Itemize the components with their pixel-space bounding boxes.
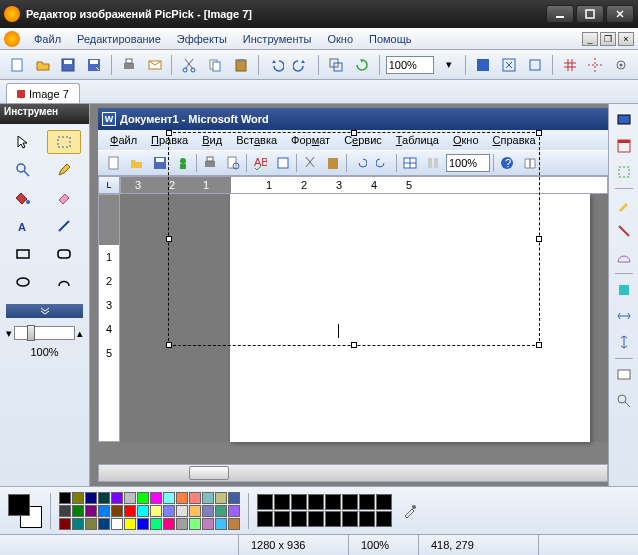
word-menu-insert[interactable]: Вставка xyxy=(230,133,283,147)
word-menu-file[interactable]: Файл xyxy=(104,133,143,147)
word-menu-view[interactable]: Вид xyxy=(196,133,228,147)
color-swatch[interactable] xyxy=(111,518,123,530)
settings-button[interactable] xyxy=(610,54,632,76)
custom-swatch[interactable] xyxy=(274,511,290,527)
tool-eraser[interactable] xyxy=(47,186,81,210)
zoom-slider[interactable] xyxy=(14,326,75,340)
color-swatch[interactable] xyxy=(228,505,240,517)
word-open-button[interactable] xyxy=(127,153,147,173)
resize-button[interactable] xyxy=(325,54,347,76)
rotate-button[interactable] xyxy=(351,54,373,76)
word-paste-button[interactable] xyxy=(323,153,343,173)
redo-button[interactable] xyxy=(290,54,312,76)
word-undo-button[interactable] xyxy=(350,153,370,173)
arrow-left-right-icon[interactable] xyxy=(614,306,634,326)
menu-tools[interactable]: Инструменты xyxy=(235,31,320,47)
custom-swatch[interactable] xyxy=(257,494,273,510)
color-swatch[interactable] xyxy=(163,505,175,517)
word-zoom-input[interactable] xyxy=(446,154,490,172)
maximize-button[interactable] xyxy=(576,5,604,23)
print-button[interactable] xyxy=(118,54,140,76)
custom-swatch[interactable] xyxy=(291,511,307,527)
custom-swatch[interactable] xyxy=(308,511,324,527)
eyedropper-button[interactable] xyxy=(400,501,420,521)
menu-window[interactable]: Окно xyxy=(319,31,361,47)
word-print-button[interactable] xyxy=(200,153,220,173)
color-swatch[interactable] xyxy=(72,492,84,504)
word-menu-edit[interactable]: Правка xyxy=(145,133,194,147)
color-swatch[interactable] xyxy=(189,518,201,530)
custom-swatch[interactable] xyxy=(325,494,341,510)
whiteboard-button[interactable] xyxy=(614,365,634,385)
foreground-swatch[interactable] xyxy=(8,494,30,516)
color-swatch[interactable] xyxy=(163,518,175,530)
word-spell-button[interactable]: ABC xyxy=(250,153,270,173)
color-swatch[interactable] xyxy=(202,492,214,504)
color-swatch[interactable] xyxy=(137,505,149,517)
color-swatch[interactable] xyxy=(189,505,201,517)
word-redo-button[interactable] xyxy=(373,153,393,173)
color-swatch[interactable] xyxy=(124,505,136,517)
foreground-background-swatch[interactable] xyxy=(8,494,42,528)
color-swatch[interactable] xyxy=(150,505,162,517)
color-swatch[interactable] xyxy=(215,505,227,517)
custom-swatch[interactable] xyxy=(376,511,392,527)
minimize-button[interactable] xyxy=(546,5,574,23)
protractor-button[interactable] xyxy=(614,247,634,267)
zoom-dropdown[interactable]: ▾ xyxy=(438,54,460,76)
color-swatch[interactable] xyxy=(228,492,240,504)
color-swatch[interactable] xyxy=(59,492,71,504)
color-swatch[interactable] xyxy=(137,492,149,504)
tool-fill[interactable] xyxy=(6,186,40,210)
scrollbar-thumb[interactable] xyxy=(189,466,229,480)
tool-rect[interactable] xyxy=(6,242,40,266)
tool-ellipse[interactable] xyxy=(6,270,40,294)
tool-curve[interactable] xyxy=(47,270,81,294)
custom-swatch[interactable] xyxy=(257,511,273,527)
save-button[interactable] xyxy=(58,54,80,76)
mdi-minimize-button[interactable]: _ xyxy=(582,32,598,46)
tool-round-rect[interactable] xyxy=(47,242,81,266)
tools-expand-button[interactable] xyxy=(6,304,83,318)
custom-swatch[interactable] xyxy=(274,494,290,510)
horizontal-scrollbar[interactable] xyxy=(98,464,608,482)
slider-plus-icon[interactable]: ▴ xyxy=(77,327,83,340)
capture-window-button[interactable] xyxy=(614,136,634,156)
custom-swatch[interactable] xyxy=(308,494,324,510)
crosshair-button[interactable] xyxy=(584,54,606,76)
word-menu-format[interactable]: Формат xyxy=(285,133,336,147)
email-button[interactable] xyxy=(144,54,166,76)
color-swatch[interactable] xyxy=(202,505,214,517)
capture-screen-button[interactable] xyxy=(614,110,634,130)
color-swatch[interactable] xyxy=(215,492,227,504)
color-swatch[interactable] xyxy=(215,518,227,530)
color-swatch[interactable] xyxy=(85,505,97,517)
color-swatch[interactable] xyxy=(111,505,123,517)
word-menu-window[interactable]: Окно xyxy=(447,133,485,147)
word-help-button[interactable]: ? xyxy=(497,153,517,173)
color-swatch[interactable] xyxy=(124,518,136,530)
menu-file[interactable]: Файл xyxy=(26,31,69,47)
fit-button[interactable] xyxy=(498,54,520,76)
word-menu-help[interactable]: Справка xyxy=(487,133,542,147)
word-menu-service[interactable]: Сервис xyxy=(338,133,388,147)
color-swatch[interactable] xyxy=(85,518,97,530)
word-read-button[interactable] xyxy=(520,153,540,173)
tool-pencil[interactable] xyxy=(47,158,81,182)
color-swatch[interactable] xyxy=(124,492,136,504)
menu-edit[interactable]: Редактирование xyxy=(69,31,169,47)
arrow-up-down-icon[interactable] xyxy=(614,332,634,352)
word-cut-button[interactable] xyxy=(300,153,320,173)
word-new-button[interactable] xyxy=(104,153,124,173)
crosshair-overlay-button[interactable] xyxy=(614,280,634,300)
menu-effects[interactable]: Эффекты xyxy=(169,31,235,47)
close-button[interactable] xyxy=(606,5,634,23)
capture-region-button[interactable] xyxy=(614,162,634,182)
word-columns-button[interactable] xyxy=(423,153,443,173)
save-as-button[interactable] xyxy=(83,54,105,76)
word-menu-table[interactable]: Таблица xyxy=(390,133,445,147)
color-swatch[interactable] xyxy=(59,505,71,517)
fullscreen-button[interactable] xyxy=(472,54,494,76)
actual-size-button[interactable] xyxy=(524,54,546,76)
tool-text[interactable]: A xyxy=(6,214,40,238)
